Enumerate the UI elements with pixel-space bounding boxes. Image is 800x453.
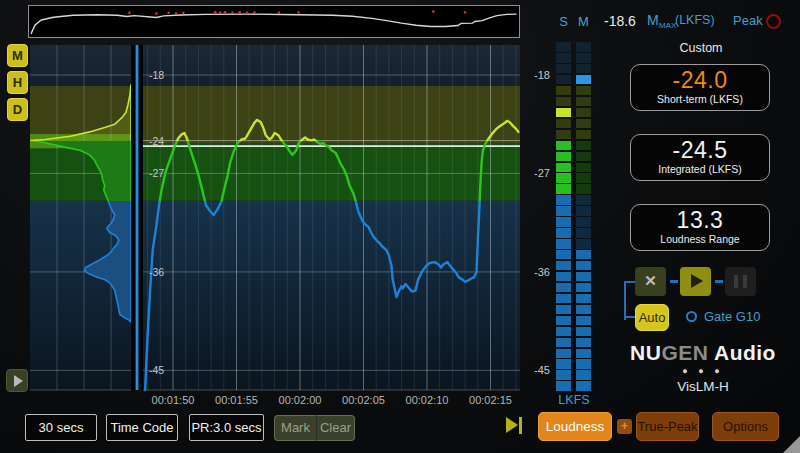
view-history-button[interactable]: H: [7, 71, 28, 94]
overview-loudness-line: [31, 14, 517, 34]
meter-m-segment: [576, 119, 591, 128]
meter-s-segment: [556, 381, 571, 390]
y-axis-tick-label: -36: [149, 266, 164, 278]
meter-m-segment: [576, 130, 591, 139]
meter-scale-label: -45: [522, 364, 550, 376]
meter-s-segment: [556, 217, 571, 226]
true-peak-mode-button[interactable]: True-Peak: [636, 412, 699, 441]
meter-scale-label: -18: [522, 69, 550, 81]
loudness-history-graph: -18-24-27-36-4500:01:5000:01:5500:02:000…: [28, 43, 522, 406]
reset-button[interactable]: ✕: [635, 267, 666, 296]
loudness-range-value: 13.3: [631, 207, 769, 233]
meter-s-segment: [556, 173, 571, 182]
momentary-max-unit: (LKFS): [675, 13, 715, 27]
meter-m-segment: [576, 173, 591, 182]
over-level-marker: [231, 12, 234, 15]
over-level-marker: [155, 12, 158, 15]
resize-grip[interactable]: [783, 436, 800, 453]
meter-m-column-label: M: [576, 14, 591, 29]
meter-s-segment: [556, 294, 571, 303]
pause-icon: [734, 275, 738, 288]
view-momentary-button[interactable]: M: [7, 44, 28, 67]
meter-s-segment: [556, 108, 571, 117]
y-axis-tick-label: -18: [149, 69, 164, 81]
run-button[interactable]: [680, 267, 711, 296]
nugen-audio-logo: NUGEN Audio: [618, 341, 788, 365]
meter-scale-label: -36: [522, 266, 550, 278]
auto-button[interactable]: Auto: [635, 304, 669, 331]
meter-s-segment: [556, 316, 571, 325]
preset-name: Custom: [632, 41, 770, 55]
y-axis-tick-label: -27: [149, 167, 164, 179]
transport-dash: [670, 280, 678, 283]
meter-m-segment: [576, 316, 591, 325]
meter-s-segment: [556, 250, 571, 259]
gate-radio[interactable]: [686, 311, 697, 322]
timecode-button[interactable]: Time Code: [106, 414, 178, 441]
over-level-marker: [219, 12, 222, 15]
pause-button[interactable]: [725, 267, 756, 296]
meter-m-segment: [576, 75, 591, 84]
overview-waveform: [29, 6, 519, 37]
loudness-range-label: Loudness Range: [631, 233, 769, 245]
meter-m-segment: [576, 261, 591, 270]
meter-m-segment: [576, 108, 591, 117]
over-level-marker: [246, 12, 249, 15]
short-term-value: -24.0: [631, 67, 769, 93]
view-distribution-button[interactable]: D: [7, 98, 28, 121]
meter-s-segment: [556, 349, 571, 358]
program-overview-strip[interactable]: [28, 5, 520, 38]
add-mode-button[interactable]: +: [617, 419, 632, 434]
graph-window-button[interactable]: 30 secs: [25, 414, 97, 441]
transport-link-line: [624, 281, 626, 320]
meter-s-segment: [556, 327, 571, 336]
meter-s-segment: [556, 97, 571, 106]
logo-dots: ● ● ●: [618, 366, 788, 376]
meter-s-segment: [556, 152, 571, 161]
replay-button[interactable]: [6, 369, 28, 392]
peak-label: Peak: [733, 13, 763, 28]
integrated-readout: -24.5 Integrated (LKFS): [630, 134, 770, 181]
over-level-marker: [464, 11, 467, 14]
integrated-value: -24.5: [631, 137, 769, 163]
over-level-marker: [432, 10, 435, 13]
meter-m-segment: [576, 163, 591, 172]
meter-m-segment: [576, 349, 591, 358]
mark-button[interactable]: Mark: [274, 415, 316, 441]
over-level-marker: [167, 12, 170, 15]
meter-m-segment: [576, 64, 591, 73]
meter-m-segment: [576, 250, 591, 259]
playback-cursor[interactable]: [136, 45, 139, 390]
meter-m-segment: [576, 239, 591, 248]
meter-s-segment: [556, 283, 571, 292]
meter-s-segment: [556, 64, 571, 73]
meter-s-segment: [556, 130, 571, 139]
meter-s-segment: [556, 206, 571, 215]
transport-dash: [715, 280, 723, 283]
peak-indicator-lamp[interactable]: [766, 14, 781, 29]
momentary-max-subscript: MAX: [659, 21, 676, 30]
time-axis-tick-label: 00:02:15: [469, 394, 512, 406]
clear-button[interactable]: Clear: [316, 415, 355, 441]
logo-nu: NU: [630, 341, 661, 364]
meter-m-segment: [576, 327, 591, 336]
integrated-label: Integrated (LKFS): [631, 163, 769, 175]
options-button[interactable]: Options: [712, 412, 779, 441]
loudness-mode-button[interactable]: Loudness: [538, 412, 612, 441]
meter-m-segment: [576, 294, 591, 303]
play-icon: [691, 274, 703, 288]
skip-to-end-button[interactable]: [506, 417, 524, 434]
meter-scale-label: -27: [522, 167, 550, 179]
meter-m-segment: [576, 338, 591, 347]
gate-label: Gate G10: [704, 309, 760, 324]
meter-m-segment: [576, 86, 591, 95]
practical-range-label: PR:3.0 secs: [191, 420, 261, 435]
meter-s-segment: [556, 42, 571, 51]
meter-m-segment: [576, 152, 591, 161]
transport-link-line: [624, 316, 635, 318]
momentary-max-value: -18.6: [604, 13, 636, 29]
time-axis-tick-label: 00:01:50: [152, 394, 195, 406]
meter-unit-label: LKFS: [546, 393, 602, 407]
practical-range-button[interactable]: PR:3.0 secs: [189, 414, 264, 441]
meter-s-segment: [556, 239, 571, 248]
